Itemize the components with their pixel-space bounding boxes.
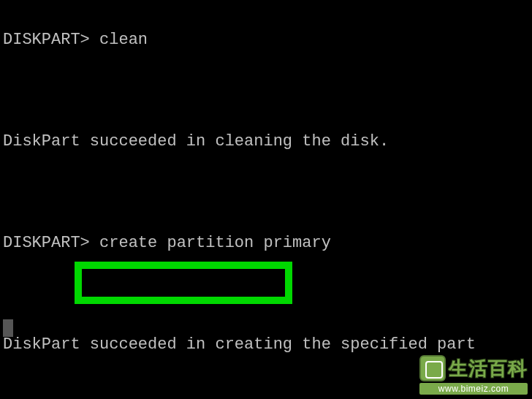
watermark-text: 生活百科	[449, 356, 528, 381]
terminal-line: DiskPart succeeded in cleaning the disk.	[0, 134, 532, 152]
cursor-icon	[3, 319, 13, 337]
watermark-logo-icon	[419, 355, 446, 381]
terminal-line: DiskPart succeeded in creating the speci…	[0, 337, 532, 355]
terminal-blank	[0, 286, 532, 305]
terminal-blank	[0, 83, 532, 102]
terminal-line: DISKPART> clean	[0, 32, 532, 50]
terminal-line: DISKPART> create partition primary	[0, 235, 532, 254]
terminal-output: DISKPART> clean DiskPart succeeded in cl…	[0, 0, 532, 399]
watermark-url: www.bimeiz.com	[422, 384, 525, 394]
terminal-blank	[0, 184, 532, 203]
watermark: 生活百科 www.bimeiz.com	[419, 355, 528, 395]
